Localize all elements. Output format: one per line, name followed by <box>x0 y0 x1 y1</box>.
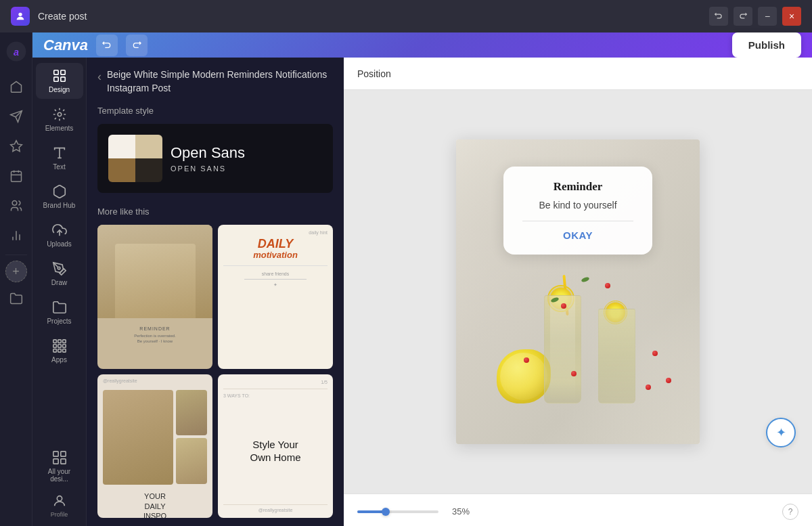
title-bar-text: Create post <box>38 11 87 22</box>
nav-text[interactable]: Text <box>36 140 83 176</box>
svg-rect-27 <box>58 345 61 348</box>
nav-brandhub[interactable]: Brand Hub <box>36 179 83 215</box>
nav-more[interactable]: Profile <box>36 488 83 523</box>
svg-rect-16 <box>53 77 58 81</box>
close-btn[interactable]: × <box>782 7 801 26</box>
svg-rect-6 <box>11 171 21 181</box>
undo-toolbar-btn[interactable] <box>96 35 118 56</box>
reminder-title: Reminder <box>522 180 633 194</box>
sidebar-item-chart[interactable] <box>3 222 30 249</box>
svg-rect-24 <box>58 340 61 343</box>
template-title: Beige White Simple Modern Reminders Noti… <box>107 68 333 95</box>
svg-point-0 <box>18 13 22 16</box>
glass2 <box>598 309 646 417</box>
font-names: Open Sans OPEN SANS <box>171 144 245 173</box>
font-name-sub: OPEN SANS <box>171 165 245 173</box>
svg-rect-30 <box>58 349 61 353</box>
svg-rect-23 <box>53 340 56 343</box>
nav-projects[interactable]: Projects <box>36 294 83 330</box>
svg-point-10 <box>12 201 17 206</box>
undo-btn[interactable] <box>709 7 728 26</box>
svg-point-36 <box>57 496 62 501</box>
magic-icon: ✦ <box>776 425 786 440</box>
svg-rect-31 <box>62 349 66 353</box>
nav-elements[interactable]: Elements <box>36 102 83 137</box>
svg-rect-17 <box>60 77 64 81</box>
canva-logo: Canva <box>43 37 88 54</box>
lemon <box>497 349 551 403</box>
reminder-divider <box>522 221 633 221</box>
template-card-1[interactable]: REMINDER Perfection is overrated. Be you… <box>97 225 212 369</box>
template-style-label: Template style <box>97 106 333 116</box>
zoom-slider-thumb <box>382 508 390 516</box>
app-sidebar: a + <box>0 32 32 526</box>
design-panel: Design Elements Text Brand Hub <box>32 58 344 526</box>
svg-rect-29 <box>53 349 56 353</box>
svg-text:a: a <box>13 47 18 58</box>
app-icon <box>11 7 30 26</box>
svg-rect-35 <box>60 459 65 464</box>
sidebar-item-calendar[interactable] <box>3 162 30 190</box>
reminder-ok-button[interactable]: OKAY <box>522 229 633 241</box>
back-arrow-icon[interactable]: ‹ <box>97 70 102 84</box>
svg-rect-33 <box>60 452 65 456</box>
template-card-4[interactable]: 1/5 3 WAYS TO: Style YourOwn Home @reall… <box>218 374 333 519</box>
template-card-3[interactable]: @reallygreatsite YOURDAILYINSPO <box>97 374 212 519</box>
position-bar: Position <box>344 58 812 90</box>
sidebar-divider <box>5 255 27 255</box>
svg-rect-32 <box>53 452 58 456</box>
templates-grid: REMINDER Perfection is overrated. Be you… <box>97 225 333 518</box>
glass1 <box>544 295 591 417</box>
svg-rect-28 <box>62 345 66 348</box>
nav-alldesigns[interactable]: All your desi... <box>36 445 83 488</box>
canva-toolbar: Canva Publish <box>32 32 812 58</box>
sidebar-item-folder[interactable] <box>3 285 30 312</box>
title-bar: Create post − × <box>0 0 812 32</box>
more-like-this-label: More like this <box>97 206 333 217</box>
nav-design[interactable]: Design <box>36 63 83 99</box>
design-nav: Design Elements Text Brand Hub <box>32 58 87 526</box>
nav-draw[interactable]: Draw <box>36 256 83 292</box>
font-name-main: Open Sans <box>171 144 245 162</box>
post-canvas: Reminder Be kind to yourself OKAY <box>456 139 700 444</box>
back-header[interactable]: ‹ Beige White Simple Modern Reminders No… <box>97 68 333 95</box>
svg-marker-5 <box>10 141 22 152</box>
nav-apps[interactable]: Apps <box>36 333 83 369</box>
magic-button[interactable]: ✦ <box>766 418 796 447</box>
template-panel: ‹ Beige White Simple Modern Reminders No… <box>87 58 344 526</box>
minimize-btn[interactable]: − <box>758 7 777 26</box>
sidebar-item-home[interactable] <box>3 73 30 100</box>
svg-rect-15 <box>60 70 64 74</box>
svg-point-22 <box>58 267 60 269</box>
svg-rect-26 <box>53 345 56 348</box>
svg-rect-14 <box>53 70 58 74</box>
app-logo: a <box>3 38 30 65</box>
redo-toolbar-btn[interactable] <box>126 35 148 56</box>
sidebar-item-send[interactable] <box>3 103 30 130</box>
canvas-content[interactable]: Reminder Be kind to yourself OKAY ✦ <box>344 90 812 494</box>
canvas-area: Position <box>344 58 812 526</box>
zoom-percent: 35% <box>452 506 470 517</box>
sidebar-item-star[interactable] <box>3 133 30 160</box>
help-button[interactable]: ? <box>782 504 798 520</box>
sidebar-item-people[interactable] <box>3 192 30 219</box>
svg-rect-34 <box>53 459 58 464</box>
canva-wrapper: Canva Publish Design <box>32 32 812 526</box>
position-label: Position <box>357 68 391 79</box>
title-bar-controls: − × <box>709 7 801 26</box>
template-card-2[interactable]: daily hint DAILY motivation share friend… <box>218 225 333 369</box>
new-item-btn[interactable]: + <box>5 261 27 282</box>
canvas-bottom: 35% ? <box>344 494 812 526</box>
zoom-slider[interactable] <box>357 510 438 513</box>
reminder-text: Be kind to yourself <box>522 199 633 213</box>
publish-button[interactable]: Publish <box>732 32 801 58</box>
content-area: Design Elements Text Brand Hub <box>32 58 812 526</box>
redo-btn[interactable] <box>734 7 752 26</box>
font-swatches <box>108 135 162 182</box>
reminder-popup[interactable]: Reminder Be kind to yourself OKAY <box>503 167 652 255</box>
svg-point-18 <box>58 112 62 116</box>
post-photo: Reminder Be kind to yourself OKAY <box>456 139 700 444</box>
svg-rect-25 <box>62 340 66 343</box>
nav-uploads[interactable]: Uploads <box>36 217 83 253</box>
font-style-card[interactable]: Open Sans OPEN SANS <box>97 124 333 193</box>
